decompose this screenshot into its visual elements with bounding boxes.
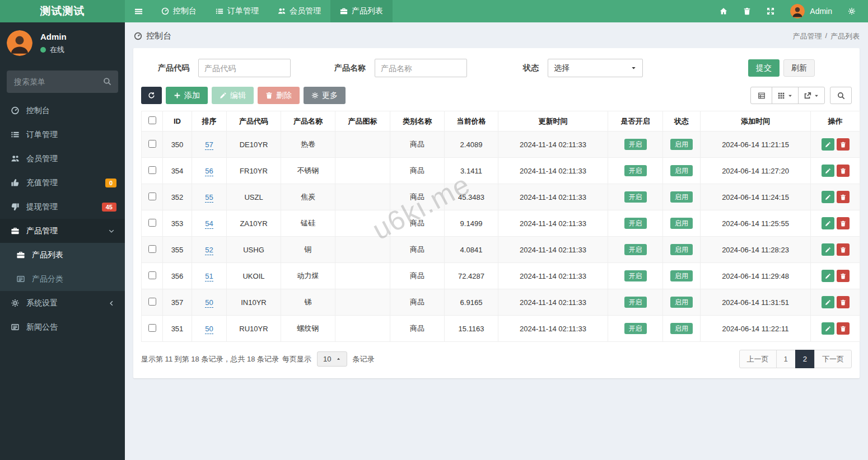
settings-button[interactable] bbox=[840, 0, 864, 22]
nav-tab-orders[interactable]: 订单管理 bbox=[206, 0, 268, 22]
add-button[interactable]: 添加 bbox=[166, 87, 208, 104]
export-icon bbox=[804, 92, 811, 100]
row-edit-button[interactable] bbox=[822, 138, 834, 151]
header-icon: 产品图标 bbox=[335, 111, 390, 132]
cogs-icon bbox=[10, 299, 20, 307]
product-name-input[interactable] bbox=[375, 59, 467, 77]
page-button-2[interactable]: 2 bbox=[795, 350, 815, 368]
row-delete-button[interactable] bbox=[837, 243, 850, 256]
list-icon bbox=[10, 130, 20, 139]
sidebar-item-system-settings[interactable]: 系统设置 bbox=[0, 291, 125, 315]
sort-editable-link[interactable]: 52 bbox=[205, 246, 213, 255]
row-edit-button[interactable] bbox=[822, 296, 834, 308]
sort-editable-link[interactable]: 50 bbox=[205, 298, 213, 308]
nav-tab-product-list[interactable]: 产品列表 bbox=[330, 0, 393, 22]
nav-tab-dashboard[interactable]: 控制台 bbox=[152, 0, 206, 22]
product-code-input[interactable] bbox=[198, 59, 291, 77]
more-button[interactable]: 更多 bbox=[304, 87, 346, 104]
toggle-search-button[interactable] bbox=[830, 87, 852, 104]
row-edit-button[interactable] bbox=[822, 243, 834, 256]
select-all-checkbox[interactable] bbox=[148, 116, 156, 124]
cell-updated: 2024-11-14 02:11:33 bbox=[498, 132, 608, 158]
home-button[interactable] bbox=[712, 0, 735, 22]
cell-code: RU10YR bbox=[227, 316, 281, 342]
detail-view-button[interactable] bbox=[750, 87, 772, 104]
row-checkbox[interactable] bbox=[148, 219, 156, 227]
cell-id: 351 bbox=[163, 316, 192, 342]
row-checkbox[interactable] bbox=[148, 245, 156, 253]
search-icon[interactable] bbox=[103, 77, 111, 86]
sort-editable-link[interactable]: 51 bbox=[205, 272, 213, 281]
row-edit-button[interactable] bbox=[822, 270, 834, 282]
row-delete-button[interactable] bbox=[837, 165, 850, 177]
table-row: 35255USZL焦炭商品45.34832024-11-14 02:11:33开… bbox=[142, 184, 860, 210]
cell-name: 螺纹钢 bbox=[281, 316, 335, 342]
sidebar-item-product-category[interactable]: 产品分类 bbox=[0, 267, 125, 291]
columns-button[interactable] bbox=[772, 87, 799, 104]
refresh-table-button[interactable] bbox=[141, 87, 162, 104]
sidebar-item-members[interactable]: 会员管理 bbox=[0, 147, 125, 171]
briefcase-icon bbox=[10, 227, 20, 235]
row-checkbox[interactable] bbox=[148, 324, 156, 332]
open-badge: 开启 bbox=[624, 139, 647, 150]
cell-category: 商品 bbox=[390, 263, 445, 289]
open-badge: 开启 bbox=[624, 297, 647, 308]
trash-icon bbox=[840, 247, 846, 253]
row-edit-button[interactable] bbox=[822, 322, 834, 335]
sidebar-item-product-list[interactable]: 产品列表 bbox=[0, 243, 125, 267]
next-page-button[interactable]: 下一页 bbox=[814, 350, 852, 368]
row-delete-button[interactable] bbox=[837, 270, 850, 282]
submit-button[interactable]: 提交 bbox=[748, 59, 780, 77]
sidebar-search-input[interactable] bbox=[7, 71, 118, 93]
row-checkbox[interactable] bbox=[148, 166, 156, 174]
sort-editable-link[interactable]: 56 bbox=[205, 167, 213, 176]
sort-editable-link[interactable]: 54 bbox=[205, 219, 213, 229]
status-select[interactable]: 选择 bbox=[548, 59, 643, 77]
delete-button[interactable]: 删除 bbox=[258, 87, 300, 104]
edit-button[interactable]: 编辑 bbox=[212, 87, 254, 104]
sidebar-item-orders[interactable]: 订单管理 bbox=[0, 123, 125, 147]
cell-product-icon bbox=[335, 289, 390, 316]
page-size-select[interactable]: 10 bbox=[317, 351, 347, 367]
breadcrumb-parent[interactable]: 产品管理 bbox=[792, 31, 822, 41]
row-edit-button[interactable] bbox=[822, 165, 834, 177]
fullscreen-button[interactable] bbox=[759, 0, 782, 22]
user-menu[interactable]: Admin bbox=[782, 4, 840, 18]
trash-icon bbox=[840, 326, 846, 332]
products-submenu: 产品列表 产品分类 bbox=[0, 243, 125, 291]
row-checkbox[interactable] bbox=[148, 193, 156, 200]
sidebar-item-news[interactable]: 新闻公告 bbox=[0, 315, 125, 339]
sidebar-item-withdraw[interactable]: 提现管理45 bbox=[0, 195, 125, 219]
sidebar-item-dashboard[interactable]: 控制台 bbox=[0, 98, 125, 123]
header-ops: 操作 bbox=[811, 111, 860, 132]
row-delete-button[interactable] bbox=[837, 322, 850, 335]
row-delete-button[interactable] bbox=[837, 217, 850, 229]
row-checkbox[interactable] bbox=[148, 140, 156, 148]
sort-editable-link[interactable]: 55 bbox=[205, 193, 213, 203]
nav-tab-label: 产品列表 bbox=[352, 6, 383, 16]
cell-price: 15.1163 bbox=[445, 316, 498, 342]
sidebar-item-products[interactable]: 产品管理 bbox=[0, 219, 125, 243]
cell-product-icon bbox=[335, 263, 390, 289]
header-category: 类别名称 bbox=[390, 111, 445, 132]
product-table-body: 35057DE10YR热卷商品2.40892024-11-14 02:11:33… bbox=[142, 132, 860, 342]
page-button-1[interactable]: 1 bbox=[776, 350, 796, 368]
brand-logo[interactable]: 测试测试 bbox=[0, 0, 125, 22]
nav-tab-members[interactable]: 会员管理 bbox=[268, 0, 330, 22]
row-edit-button[interactable] bbox=[822, 217, 834, 229]
row-checkbox[interactable] bbox=[148, 298, 156, 306]
row-delete-button[interactable] bbox=[837, 296, 850, 308]
sort-editable-link[interactable]: 57 bbox=[205, 140, 213, 150]
row-delete-button[interactable] bbox=[837, 191, 850, 203]
row-checkbox[interactable] bbox=[148, 271, 156, 279]
sort-editable-link[interactable]: 50 bbox=[205, 325, 213, 334]
cell-added: 2024-06-14 11:25:55 bbox=[701, 210, 811, 237]
row-delete-button[interactable] bbox=[837, 138, 850, 151]
sidebar-toggle-button[interactable] bbox=[125, 0, 152, 22]
row-edit-button[interactable] bbox=[822, 191, 834, 203]
prev-page-button[interactable]: 上一页 bbox=[739, 350, 777, 368]
sidebar-item-recharge[interactable]: 充值管理0 bbox=[0, 171, 125, 195]
export-button[interactable] bbox=[798, 87, 825, 104]
clear-cache-button[interactable] bbox=[735, 0, 759, 22]
refresh-filter-button[interactable]: 刷新 bbox=[783, 59, 815, 77]
